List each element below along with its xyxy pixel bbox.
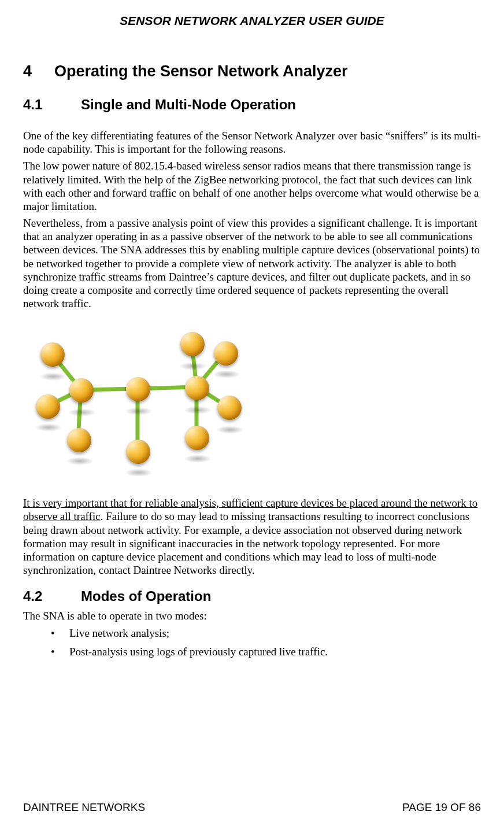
sensor-node-icon <box>36 394 60 419</box>
para-4-1-2: The low power nature of 802.15.4-based w… <box>23 159 481 213</box>
sensor-node-icon <box>185 376 209 400</box>
sensor-node-icon <box>126 440 150 464</box>
para-4-1-3: Nevertheless, from a passive analysis po… <box>23 216 481 310</box>
chapter-title: Operating the Sensor Network Analyzer <box>54 62 348 80</box>
para-4-2-intro: The SNA is able to operate in two modes: <box>23 609 481 622</box>
network-topology-diagram <box>23 320 243 482</box>
page-footer: DAINTREE NETWORKS PAGE 19 OF 86 <box>23 801 481 814</box>
sensor-node-icon <box>126 377 150 401</box>
sensor-node-icon <box>217 396 242 420</box>
section-4-2-heading: 4.2Modes of Operation <box>23 588 481 604</box>
footer-left: DAINTREE NETWORKS <box>23 801 145 814</box>
section-4-1-heading: 4.1Single and Multi-Node Operation <box>23 97 481 113</box>
chapter-number: 4 <box>23 62 54 80</box>
sensor-node-icon <box>69 378 94 403</box>
para-4-1-1: One of the key differentiating features … <box>23 129 481 156</box>
para-4-1-4: It is very important that for reliable a… <box>23 496 481 577</box>
running-header: SENSOR NETWORK ANALYZER USER GUIDE <box>23 14 481 28</box>
chapter-heading: 4Operating the Sensor Network Analyzer <box>23 62 481 80</box>
list-item: Post-analysis using logs of previously c… <box>51 644 481 659</box>
footer-right: PAGE 19 OF 86 <box>402 801 481 814</box>
section-4-1-title: Single and Multi-Node Operation <box>81 97 296 112</box>
section-4-1-number: 4.1 <box>23 97 81 113</box>
section-4-2-number: 4.2 <box>23 588 81 604</box>
sensor-node-icon <box>180 332 205 356</box>
sensor-node-icon <box>214 341 238 366</box>
sensor-node-icon <box>67 428 91 452</box>
section-4-2-title: Modes of Operation <box>81 588 211 604</box>
list-item: Live network analysis; <box>51 626 481 641</box>
sensor-node-icon <box>185 426 209 450</box>
modes-list: Live network analysis; Post-analysis usi… <box>23 626 481 659</box>
sensor-node-icon <box>40 342 65 367</box>
